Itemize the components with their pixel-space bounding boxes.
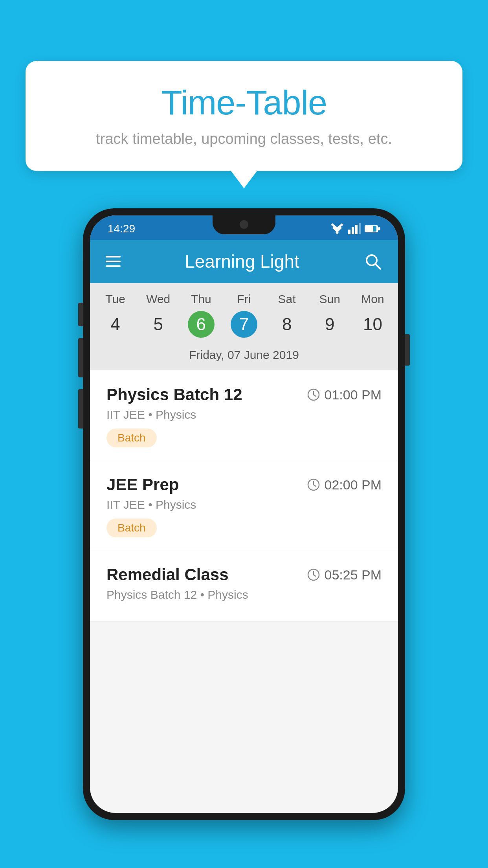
day-labels-row: Tue Wed Thu Fri Sat Sun Mon <box>90 283 398 309</box>
day-label-thu: Thu <box>180 292 222 306</box>
schedule-item-2-sub: IIT JEE • Physics <box>106 498 382 511</box>
svg-rect-5 <box>355 225 358 234</box>
calendar-day-7-selected[interactable]: 7 <box>231 311 257 338</box>
selected-date-label: Friday, 07 June 2019 <box>90 345 398 370</box>
calendar-day-10[interactable]: 10 <box>351 311 394 338</box>
schedule-item-2-badge: Batch <box>106 519 157 537</box>
tooltip-title: Time-Table <box>49 83 439 123</box>
svg-marker-2 <box>331 223 343 230</box>
schedule-item-3[interactable]: Remedial Class 05:25 PM Physics Batch 12… <box>90 550 398 622</box>
svg-line-15 <box>314 395 316 396</box>
schedule-item-2-header: JEE Prep 02:00 PM <box>106 475 382 494</box>
schedule-item-1-sub: IIT JEE • Physics <box>106 408 382 421</box>
day-label-sat: Sat <box>266 292 308 306</box>
calendar-day-4[interactable]: 4 <box>94 311 137 338</box>
tooltip-subtitle: track timetable, upcoming classes, tests… <box>49 131 439 147</box>
schedule-item-1-title: Physics Batch 12 <box>106 385 242 404</box>
calendar-day-5[interactable]: 5 <box>137 311 180 338</box>
day-numbers-row: 4 5 6 7 8 9 10 <box>90 309 398 345</box>
hamburger-line-2 <box>106 261 121 262</box>
app-bar: Learning Light <box>90 240 398 283</box>
phone-outer: 14:29 <box>83 208 405 820</box>
app-title: Learning Light <box>185 251 299 272</box>
status-bar: 14:29 <box>90 215 398 240</box>
phone-screen: 14:29 <box>90 215 398 813</box>
battery-icon <box>365 224 380 233</box>
schedule-item-3-title: Remedial Class <box>106 565 229 584</box>
schedule-item-1-time: 01:00 PM <box>324 387 382 403</box>
schedule-list: Physics Batch 12 01:00 PM IIT JEE • Phys… <box>90 370 398 622</box>
clock-icon-3 <box>307 568 320 581</box>
clock-icon-1 <box>307 388 320 401</box>
svg-rect-10 <box>378 227 380 230</box>
search-icon <box>365 253 381 270</box>
schedule-item-2[interactable]: JEE Prep 02:00 PM IIT JEE • Physics Batc… <box>90 460 398 550</box>
calendar-day-6-today[interactable]: 6 <box>188 311 215 338</box>
schedule-item-1-badge: Batch <box>106 428 157 447</box>
status-time: 14:29 <box>108 223 135 235</box>
schedule-item-2-time: 02:00 PM <box>324 477 382 493</box>
calendar-section: Tue Wed Thu Fri Sat Sun Mon 4 5 6 7 8 9 … <box>90 283 398 370</box>
day-label-tue: Tue <box>94 292 137 306</box>
status-icons <box>330 223 380 234</box>
hamburger-line-1 <box>106 256 121 257</box>
phone-mockup: 14:29 <box>83 208 405 820</box>
svg-rect-6 <box>359 223 361 234</box>
day-label-wed: Wed <box>137 292 180 306</box>
search-button[interactable] <box>363 252 382 271</box>
phone-side-btn-power <box>405 334 410 366</box>
svg-rect-4 <box>352 227 354 234</box>
hamburger-line-3 <box>106 265 121 267</box>
wifi-icon <box>330 223 344 234</box>
schedule-item-3-sub: Physics Batch 12 • Physics <box>106 588 382 601</box>
svg-line-12 <box>376 264 380 269</box>
calendar-day-8[interactable]: 8 <box>266 311 308 338</box>
phone-side-btn-extra <box>78 389 83 428</box>
calendar-day-9[interactable]: 9 <box>308 311 351 338</box>
phone-side-btn-vol-up <box>78 303 83 326</box>
clock-icon-2 <box>307 478 320 491</box>
schedule-item-1-time-container: 01:00 PM <box>307 387 382 403</box>
day-label-mon: Mon <box>351 292 394 306</box>
schedule-item-1[interactable]: Physics Batch 12 01:00 PM IIT JEE • Phys… <box>90 370 398 460</box>
day-label-fri: Fri <box>222 292 265 306</box>
svg-line-18 <box>314 485 316 486</box>
schedule-item-3-time-container: 05:25 PM <box>307 567 382 583</box>
svg-line-21 <box>314 575 316 576</box>
schedule-item-1-header: Physics Batch 12 01:00 PM <box>106 385 382 404</box>
phone-side-btn-vol-down <box>78 338 83 377</box>
svg-rect-3 <box>348 230 350 234</box>
svg-rect-9 <box>365 226 373 232</box>
hamburger-menu-button[interactable] <box>106 256 121 267</box>
signal-icon <box>348 223 361 234</box>
tooltip-card: Time-Table track timetable, upcoming cla… <box>26 61 462 171</box>
schedule-item-2-time-container: 02:00 PM <box>307 477 382 493</box>
schedule-item-2-title: JEE Prep <box>106 475 179 494</box>
schedule-item-3-header: Remedial Class 05:25 PM <box>106 565 382 584</box>
schedule-item-3-time: 05:25 PM <box>324 567 382 583</box>
day-label-sun: Sun <box>308 292 351 306</box>
